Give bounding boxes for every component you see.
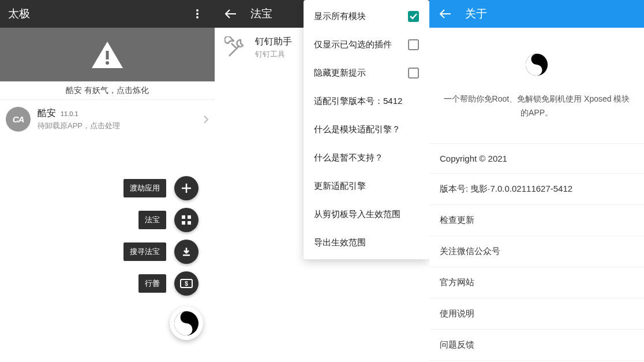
menu-label: 从剪切板导入生效范围 (314, 209, 400, 220)
module-icon (223, 35, 248, 60)
svg-point-2 (196, 16, 199, 18)
fab-button-download[interactable] (174, 240, 199, 264)
menu-label: 什么是模块适配引擎？ (314, 124, 400, 135)
app-version: 11.0.1 (61, 110, 78, 117)
menu-item-show-checked[interactable]: 仅显示已勾选的插件 (304, 31, 429, 59)
app-title: 关于 (465, 6, 487, 21)
fab-item-donate[interactable]: 行善 $ (138, 271, 199, 296)
fab-item-search[interactable]: 搜寻法宝 (123, 240, 199, 264)
back-button[interactable] (437, 6, 454, 22)
svg-point-4 (106, 61, 109, 65)
app-icon: CA (6, 107, 31, 132)
svg-point-16 (535, 68, 538, 72)
money-icon: $ (180, 279, 193, 288)
svg-rect-3 (106, 51, 109, 59)
menu-item-show-all[interactable]: 显示所有模块 (304, 2, 429, 31)
checkbox-icon (408, 11, 419, 22)
plus-icon (181, 183, 192, 193)
svg-point-15 (535, 57, 538, 61)
app-header: 太极 (0, 0, 215, 28)
warning-caption[interactable]: 酷安 有妖气，点击炼化 (0, 81, 215, 100)
chevron-right-icon (203, 115, 209, 124)
menu-item-update-engine[interactable]: 更新适配引擎 (304, 172, 429, 200)
menu-label: 适配引擎版本号：5412 (314, 96, 402, 107)
app-desc: 待卸载原APP，点击处理 (38, 121, 196, 131)
download-icon (181, 247, 192, 257)
about-item-version[interactable]: 版本号: 曳影·7.0.0.02111627-5412 (429, 174, 644, 205)
svg-rect-6 (188, 215, 191, 219)
fab-label: 搜寻法宝 (123, 242, 166, 261)
grid-icon (181, 215, 192, 225)
about-item-feedback[interactable]: 问题反馈 (429, 330, 644, 361)
fab-label: 法宝 (138, 211, 166, 229)
more-vert-icon (196, 9, 199, 18)
menu-item-hide-update[interactable]: 隐藏更新提示 (304, 59, 429, 87)
fab-button-plus[interactable] (174, 176, 199, 200)
about-logo (429, 28, 644, 92)
about-item-copyright[interactable]: Copyright © 2021 (429, 144, 644, 174)
menu-label: 隐藏更新提示 (314, 68, 366, 79)
menu-item-what-unsupported[interactable]: 什么是暂不支持？ (304, 144, 429, 172)
app-title: 太极 (8, 6, 30, 21)
about-list: Copyright © 2021 版本号: 曳影·7.0.0.02111627-… (429, 143, 644, 361)
taichi-icon (525, 53, 548, 76)
warning-icon (91, 40, 124, 69)
fab-label: 行善 (138, 274, 166, 293)
fab-item-apps[interactable]: 渡劫应用 (123, 176, 199, 200)
fab-button-money[interactable]: $ (174, 271, 199, 296)
checkbox-icon (408, 68, 419, 79)
svg-point-12 (185, 315, 189, 319)
menu-item-import-clipboard[interactable]: 从剪切板导入生效范围 (304, 200, 429, 229)
app-name: 酷安 (38, 107, 56, 120)
about-item-wechat[interactable]: 关注微信公众号 (429, 236, 644, 267)
svg-point-1 (196, 13, 199, 15)
app-header: 关于 (429, 0, 644, 28)
menu-label: 更新适配引擎 (314, 181, 366, 192)
warning-banner[interactable] (0, 28, 215, 81)
arrow-back-icon (440, 9, 451, 18)
menu-item-what-engine[interactable]: 什么是模块适配引擎？ (304, 115, 429, 144)
wrench-icon (224, 36, 246, 58)
menu-label: 显示所有模块 (314, 11, 366, 22)
menu-label: 仅显示已勾选的插件 (314, 39, 392, 50)
svg-text:$: $ (185, 281, 188, 287)
options-dropdown: 显示所有模块 仅显示已勾选的插件 隐藏更新提示 适配引擎版本号：5412 什么是… (304, 0, 429, 259)
about-item-website[interactable]: 官方网站 (429, 267, 644, 298)
fab-item-modules[interactable]: 法宝 (138, 208, 199, 232)
app-info: 酷安 11.0.1 待卸载原APP，点击处理 (38, 107, 196, 131)
menu-item-export-scope[interactable]: 导出生效范围 (304, 229, 429, 257)
app-list-item[interactable]: CA 酷安 11.0.1 待卸载原APP，点击处理 (0, 100, 215, 139)
svg-point-0 (196, 9, 199, 12)
menu-label: 导出生效范围 (314, 237, 366, 248)
svg-rect-8 (188, 221, 191, 225)
svg-point-13 (185, 327, 189, 331)
fab-button-grid[interactable] (174, 208, 199, 232)
about-item-manual[interactable]: 使用说明 (429, 298, 644, 330)
more-menu-button[interactable] (186, 0, 209, 28)
svg-rect-5 (182, 215, 185, 219)
fab-main-button[interactable] (170, 307, 203, 340)
about-description: 一个帮助你免Root、免解锁免刷机使用 Xposed 模块的APP。 (429, 92, 644, 143)
back-button[interactable] (223, 6, 239, 22)
arrow-back-icon (225, 9, 237, 18)
app-title: 法宝 (250, 6, 272, 21)
fab-label: 渡劫应用 (123, 179, 166, 197)
menu-item-engine-version[interactable]: 适配引擎版本号：5412 (304, 87, 429, 115)
menu-label: 什么是暂不支持？ (314, 152, 383, 163)
taichi-icon (174, 311, 199, 336)
about-item-check-update[interactable]: 检查更新 (429, 205, 644, 236)
checkbox-icon (408, 39, 419, 50)
svg-rect-7 (182, 221, 185, 225)
